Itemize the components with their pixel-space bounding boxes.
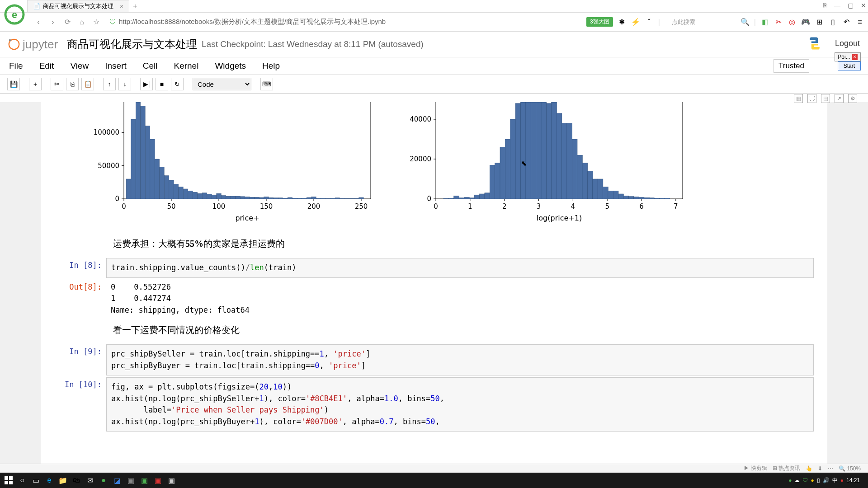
task-app3[interactable]: ▣ — [124, 474, 137, 487]
puzzle-icon[interactable]: ◧ — [760, 18, 769, 27]
tray-icon-4[interactable]: ● — [811, 477, 814, 483]
minimize-icon[interactable]: — — [834, 2, 840, 9]
grid-icon[interactable]: ⊞ — [815, 18, 824, 27]
task-mail[interactable]: ✉ — [83, 474, 97, 487]
circle-icon[interactable]: ◎ — [788, 18, 797, 27]
prompt-in-9: In [9]: — [54, 344, 106, 375]
tab-close-icon[interactable]: × — [120, 3, 123, 10]
stop-button[interactable]: ■ — [156, 78, 168, 90]
task-app2[interactable]: ◪ — [110, 474, 124, 487]
status-item-1[interactable]: ▶ 快剪辑 — [744, 465, 767, 472]
star-icon[interactable]: ☆ — [91, 17, 101, 27]
nav-forward-icon[interactable]: › — [48, 17, 58, 27]
tray-icon-1[interactable]: ● — [788, 477, 792, 483]
browser-tab[interactable]: 📄 商品可视化展示与文本处理 × — [27, 0, 129, 13]
svg-rect-77 — [454, 196, 459, 199]
notebook-scroll[interactable]: 050100150200250050000100000price+ 012345… — [0, 102, 868, 473]
svg-rect-39 — [288, 197, 292, 199]
code-cell-10[interactable]: fig, ax = plt.subplots(figsize=(20,10)) … — [106, 377, 814, 432]
task-explorer[interactable]: 📁 — [56, 474, 70, 487]
tray-icon-2[interactable]: ☁ — [794, 477, 800, 483]
search-icon[interactable]: 🔍 — [741, 18, 750, 27]
float-panel-poi[interactable]: Poi... × — [835, 52, 861, 61]
move-down-button[interactable]: ↓ — [118, 78, 131, 90]
close-window-icon[interactable]: ✕ — [861, 2, 866, 9]
menu-edit[interactable]: Edit — [39, 61, 54, 71]
notebook-title[interactable]: 商品可视化展示与文本处理 — [67, 37, 197, 52]
chevron-down-icon[interactable]: ˇ — [645, 18, 654, 27]
status-item-2[interactable]: ⊞ 热点资讯 — [773, 465, 800, 472]
task-app1[interactable]: ● — [97, 474, 110, 487]
task-app6[interactable]: ▣ — [165, 474, 178, 487]
gamepad-icon[interactable]: 🎮 — [801, 18, 810, 27]
url-input[interactable]: 🛡 http://localhost:8888/notebooks/数据分析/文… — [106, 16, 582, 28]
zoom-level[interactable]: 🔍 150% — [839, 465, 861, 472]
menu-file[interactable]: File — [9, 61, 23, 71]
ext-icon-4[interactable]: ↗ — [835, 94, 844, 103]
menu-widgets[interactable]: Widgets — [215, 61, 246, 71]
home-icon[interactable]: ⌂ — [77, 17, 87, 27]
tray-icon-3[interactable]: 🛡 — [802, 477, 808, 483]
new-tab-icon[interactable]: + — [133, 2, 137, 10]
ext-icon-1[interactable]: ▦ — [794, 94, 803, 103]
status-item-4[interactable]: ⬇ — [818, 465, 822, 472]
scissors-icon[interactable]: ✂ — [774, 18, 783, 27]
task-app4[interactable]: ▣ — [137, 474, 151, 487]
mobile-icon[interactable]: ▯ — [828, 18, 837, 27]
tray-volume-icon[interactable]: 🔊 — [823, 477, 830, 483]
tray-ime-icon[interactable]: 中 — [832, 477, 838, 484]
cell-type-select[interactable]: Code — [193, 78, 251, 90]
menu-cell[interactable]: Cell — [143, 61, 158, 71]
status-item-5[interactable]: ⋯ — [828, 465, 833, 472]
svg-rect-12 — [160, 167, 164, 199]
menu-icon[interactable]: ≡ — [855, 18, 864, 27]
logout-button[interactable]: Logout — [835, 39, 860, 48]
task-app5[interactable]: ▣ — [151, 474, 165, 487]
menu-help[interactable]: Help — [262, 61, 280, 71]
search-hint[interactable]: 点此搜索 — [672, 18, 695, 26]
svg-rect-142 — [5, 476, 8, 480]
save-button[interactable]: 💾 — [7, 78, 20, 90]
jupyter-logo[interactable]: jupyter — [7, 38, 58, 52]
browser-logo[interactable]: e — [4, 4, 25, 25]
markdown-cell-1[interactable]: 运费承担：大概有55%的卖家是承担运费的 — [41, 233, 827, 256]
svg-rect-27 — [231, 196, 235, 199]
code-cell-9[interactable]: prc_shipBySeller = train.loc[train.shipp… — [106, 344, 814, 375]
tray-icon-6[interactable]: ● — [840, 477, 844, 483]
ext-icon-2[interactable]: ⛶ — [807, 94, 816, 103]
tray-icon-5[interactable]: ▯ — [817, 477, 820, 483]
cut-button[interactable]: ✂ — [51, 78, 63, 90]
restore-tab-icon[interactable]: ⎘ — [823, 2, 827, 9]
tab-title: 商品可视化展示与文本处理 — [43, 2, 113, 10]
task-edge[interactable]: e — [42, 474, 56, 487]
copy-button[interactable]: ⎘ — [66, 78, 79, 90]
bolt-icon[interactable]: ⚡ — [631, 18, 640, 27]
trusted-badge[interactable]: Trusted — [774, 59, 809, 73]
ext-icon-5[interactable]: ⚙ — [848, 94, 857, 103]
menu-view[interactable]: View — [70, 61, 89, 71]
nav-back-icon[interactable]: ‹ — [33, 17, 43, 27]
share-icon[interactable]: ✱ — [618, 18, 627, 27]
ext-icon-3[interactable]: ▤ — [821, 94, 830, 103]
menu-kernel[interactable]: Kernel — [174, 61, 198, 71]
tray-clock[interactable]: 14:21 — [846, 477, 860, 483]
move-up-button[interactable]: ↑ — [103, 78, 116, 90]
run-button[interactable]: ▶| — [140, 78, 153, 90]
markdown-cell-2[interactable]: 看一下运费不同情况的价格变化 — [41, 319, 827, 343]
menu-insert[interactable]: Insert — [105, 61, 127, 71]
paste-button[interactable]: 📋 — [81, 78, 94, 90]
restart-button[interactable]: ↻ — [171, 78, 184, 90]
code-cell-8[interactable]: train.shipping.value_counts()/len(train) — [106, 258, 814, 278]
command-palette-button[interactable]: ⌨ — [260, 78, 273, 90]
maximize-icon[interactable]: ▢ — [848, 2, 854, 9]
add-cell-button[interactable]: + — [29, 78, 42, 90]
taskview-icon[interactable]: ▭ — [29, 474, 42, 487]
status-item-3[interactable]: 👆 — [806, 465, 812, 472]
screenshot-badge[interactable]: 3强大图 — [586, 17, 613, 27]
undo-icon[interactable]: ↶ — [842, 18, 851, 27]
float-panel-start[interactable]: Start — [838, 61, 861, 70]
reload-icon[interactable]: ⟳ — [62, 17, 72, 27]
start-button[interactable] — [2, 474, 15, 487]
task-store[interactable]: 🛍 — [70, 474, 83, 487]
cortana-icon[interactable]: ○ — [15, 474, 29, 487]
